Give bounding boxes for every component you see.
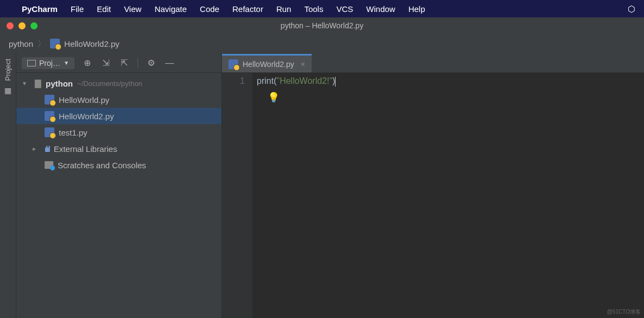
project-panel: Proj… ▼ ⊕ ⇲ ⇱ ⚙ — ▾ ▇ python ~/Documents… <box>16 53 222 318</box>
tree-file-label: test1.py <box>59 128 88 137</box>
menubar-edit[interactable]: Edit <box>97 4 111 14</box>
project-tool-icon[interactable]: ▦ <box>4 86 11 95</box>
toolbar-divider <box>138 58 138 69</box>
python-file-icon <box>50 39 60 48</box>
project-view-icon <box>27 60 36 66</box>
close-tab-icon[interactable]: × <box>301 60 305 69</box>
editor-tabs: HelloWorld2.py × <box>222 53 644 73</box>
tree-file-item[interactable]: test1.py <box>16 124 221 140</box>
tree-root-label: python <box>46 79 73 88</box>
breadcrumb-root[interactable]: python <box>9 39 33 48</box>
watermark: @51CTO博客 <box>607 308 641 316</box>
menubar-app-name[interactable]: PyCharm <box>22 4 58 14</box>
menubar-file[interactable]: File <box>71 4 84 14</box>
locate-icon[interactable]: ⊕ <box>82 58 93 69</box>
editor-gutter: 1 <box>222 73 252 318</box>
menubar-vcs[interactable]: VCS <box>336 4 353 14</box>
chevron-down-icon: ▾ <box>23 80 30 87</box>
menubar-navigate[interactable]: Navigate <box>154 4 187 14</box>
intention-bulb-icon[interactable]: 💡 <box>268 91 644 103</box>
settings-gear-icon[interactable]: ⚙ <box>146 58 157 69</box>
close-window-button[interactable] <box>7 22 14 29</box>
tree-scratches[interactable]: Scratches and Consoles <box>16 157 221 173</box>
chevron-right-icon: ▸ <box>33 145 40 152</box>
editor-content[interactable]: 1 print("HelloWorld2!") 💡 <box>222 73 644 318</box>
line-number: 1 <box>222 76 245 89</box>
menubar-view[interactable]: View <box>124 4 141 14</box>
project-panel-toolbar: Proj… ▼ ⊕ ⇲ ⇱ ⚙ — <box>16 53 221 73</box>
tree-root-folder[interactable]: ▾ ▇ python ~/Documents/python <box>16 75 221 91</box>
menubar-refactor[interactable]: Refactor <box>232 4 263 14</box>
tree-external-libraries[interactable]: ▸ ılıl External Libraries <box>16 140 221 157</box>
tree-file-label: HelloWorld2.py <box>59 112 114 121</box>
python-file-icon <box>45 127 54 137</box>
menubar-tools[interactable]: Tools <box>304 4 323 14</box>
tree-file-item[interactable]: HelloWorld2.py <box>16 108 221 124</box>
folder-icon: ▇ <box>35 78 41 88</box>
menubar-window[interactable]: Window <box>366 4 395 14</box>
traffic-lights <box>7 22 38 29</box>
maximize-window-button[interactable] <box>30 22 38 29</box>
macos-menubar: PyCharm File Edit View Navigate Code Ref… <box>0 0 644 17</box>
tree-root-path: ~/Documents/python <box>77 80 143 88</box>
collapse-all-icon[interactable]: ⇱ <box>119 58 130 69</box>
code-token-fn: print <box>257 76 274 85</box>
editor-area: HelloWorld2.py × 1 print("HelloWorld2!")… <box>222 53 644 318</box>
project-view-label: Proj… <box>39 59 60 68</box>
expand-all-icon[interactable]: ⇲ <box>101 58 112 69</box>
python-file-icon <box>45 111 54 121</box>
project-view-selector[interactable]: Proj… ▼ <box>22 57 75 69</box>
menubar-run[interactable]: Run <box>276 4 292 14</box>
minimize-window-button[interactable] <box>18 22 26 29</box>
python-file-icon <box>45 95 54 105</box>
scratches-icon <box>45 161 53 169</box>
code-line[interactable]: print("HelloWorld2!") <box>257 76 644 89</box>
editor-tab-label: HelloWorld2.py <box>243 60 294 69</box>
tree-file-label: HelloWorld.py <box>59 95 109 105</box>
chevron-down-icon: ▼ <box>64 60 69 66</box>
scratches-label: Scratches and Consoles <box>58 161 146 170</box>
chevron-right-icon: 〉 <box>38 39 46 49</box>
project-tree: ▾ ▇ python ~/Documents/python HelloWorld… <box>16 73 221 173</box>
code-token-string: "HelloWorld2!" <box>276 76 332 85</box>
text-cursor <box>335 77 336 87</box>
hide-panel-icon[interactable]: — <box>164 58 175 69</box>
tree-file-item[interactable]: HelloWorld.py <box>16 91 221 108</box>
code-body[interactable]: print("HelloWorld2!") 💡 <box>252 73 644 318</box>
breadcrumb: python 〉 HelloWorld2.py <box>0 34 644 53</box>
editor-tab[interactable]: HelloWorld2.py × <box>222 54 312 72</box>
python-file-icon <box>228 59 238 69</box>
project-tool-tab[interactable]: Project <box>4 59 12 81</box>
library-icon: ılıl <box>45 144 49 154</box>
menubar-code[interactable]: Code <box>200 4 219 14</box>
menubar-help[interactable]: Help <box>408 4 425 14</box>
window-titlebar: python – HelloWorld2.py <box>0 17 644 34</box>
menubar-status-icon[interactable]: ⬡ <box>628 4 635 14</box>
breadcrumb-file[interactable]: HelloWorld2.py <box>64 39 119 48</box>
external-libraries-label: External Libraries <box>54 144 117 154</box>
left-tool-tab-strip: Project ▦ <box>0 53 16 318</box>
window-title: python – HelloWorld2.py <box>0 21 644 30</box>
